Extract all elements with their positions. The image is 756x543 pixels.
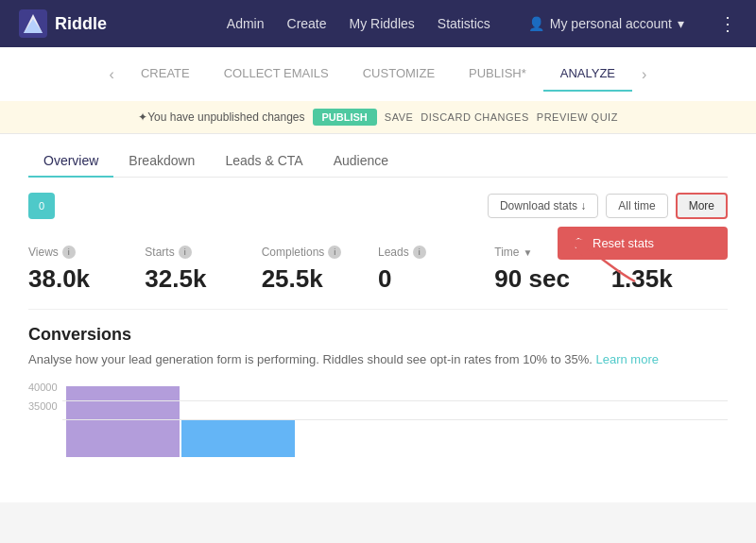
chart-area: 40000 35000	[28, 382, 728, 476]
stat-completions: Completions i 25.5k	[262, 238, 378, 301]
nav-admin[interactable]: Admin	[227, 16, 265, 31]
leads-info-icon[interactable]: i	[413, 246, 426, 259]
step-analyze[interactable]: ANALYZE	[543, 57, 632, 92]
nav-links: Admin Create My Riddles Statistics 👤 My …	[227, 12, 737, 35]
save-button[interactable]: SAVE	[385, 111, 414, 123]
stats-controls: Download stats ↓ All time More	[488, 193, 728, 219]
step-prev-arrow[interactable]: ‹	[100, 66, 124, 83]
more-button[interactable]: More	[676, 193, 728, 219]
download-stats-button[interactable]: Download stats ↓	[488, 194, 598, 218]
conversions-description: Analyse how your lead generation form is…	[28, 352, 728, 366]
step-customize[interactable]: CUSTOMIZE	[346, 57, 452, 92]
views-label: Views	[28, 246, 59, 259]
logo-text: Riddle	[55, 14, 107, 34]
chart-bar-blue	[181, 419, 295, 457]
nav-more-dots[interactable]: ⋮	[718, 12, 737, 35]
account-menu[interactable]: 👤 My personal account ▾	[528, 16, 684, 31]
step-publish[interactable]: PUBLISH*	[452, 57, 543, 92]
step-navigation: ‹ CREATE COLLECT EMAILS CUSTOMIZE PUBLIS…	[0, 47, 756, 101]
nav-create[interactable]: Create	[287, 16, 327, 31]
chart-bar-purple	[66, 386, 180, 457]
tab-leads-cta[interactable]: Leads & CTA	[210, 145, 318, 178]
preview-quiz-button[interactable]: PREVIEW QUIZ	[537, 111, 618, 123]
alltime-button[interactable]: All time	[606, 194, 667, 218]
top-navigation: Riddle Admin Create My Riddles Statistic…	[0, 0, 756, 47]
completions-value: 25.5k	[262, 264, 378, 294]
views-value: 38.0k	[28, 264, 145, 294]
completions-label: Completions	[262, 246, 325, 259]
chart-label-40k: 40000	[28, 382, 58, 393]
completions-info-icon[interactable]: i	[328, 246, 341, 259]
arrow-annotation	[569, 234, 644, 290]
time-label: Time	[494, 246, 519, 259]
step-create[interactable]: CREATE	[124, 57, 207, 92]
starts-label: Starts	[145, 246, 174, 259]
unpublished-message: ✦You have unpublished changes	[138, 110, 304, 124]
account-icon: 👤	[528, 16, 544, 31]
action-bar: ✦You have unpublished changes PUBLISH SA…	[0, 101, 756, 134]
step-collect-emails[interactable]: COLLECT EMAILS	[207, 57, 346, 92]
stat-leads: Leads i 0	[378, 238, 494, 301]
sub-tabs: Overview Breakdown Leads & CTA Audience	[28, 134, 728, 178]
stat-starts: Starts i 32.5k	[145, 238, 261, 301]
nav-statistics[interactable]: Statistics	[438, 16, 490, 31]
chart-gridline-40	[62, 400, 728, 401]
logo[interactable]: Riddle	[19, 9, 107, 38]
nav-myriddles[interactable]: My Riddles	[350, 16, 415, 31]
step-next-arrow[interactable]: ›	[632, 66, 656, 83]
discard-changes-button[interactable]: DISCARD CHANGES	[421, 111, 528, 123]
main-content: Overview Breakdown Leads & CTA Audience …	[0, 134, 756, 502]
conversions-title: Conversions	[28, 325, 728, 345]
stats-area: 0 Download stats ↓ All time More 🗑 Reset…	[28, 178, 728, 230]
tab-breakdown[interactable]: Breakdown	[113, 145, 210, 178]
time-sort-icon: ▼	[524, 247, 533, 258]
stat-views: Views i 38.0k	[28, 238, 145, 301]
leads-value: 0	[378, 264, 494, 294]
riddle-logo-icon	[19, 9, 47, 38]
stats-badge: 0	[28, 193, 55, 219]
conversions-section: Conversions Analyse how your lead genera…	[28, 310, 728, 484]
starts-info-icon[interactable]: i	[179, 246, 192, 259]
chart-label-35k: 35000	[28, 400, 58, 412]
publish-button[interactable]: PUBLISH	[313, 109, 377, 126]
account-label: My personal account	[550, 16, 672, 31]
leads-label: Leads	[378, 246, 409, 259]
conversions-desc-text: Analyse how your lead generation form is…	[28, 352, 593, 366]
tab-overview[interactable]: Overview	[28, 145, 113, 178]
tab-audience[interactable]: Audience	[318, 145, 404, 178]
views-info-icon[interactable]: i	[62, 246, 76, 259]
account-chevron: ▾	[678, 16, 684, 31]
learn-more-link[interactable]: Learn more	[596, 352, 659, 366]
starts-value: 32.5k	[145, 264, 261, 294]
chart-gridline-35	[62, 419, 728, 420]
